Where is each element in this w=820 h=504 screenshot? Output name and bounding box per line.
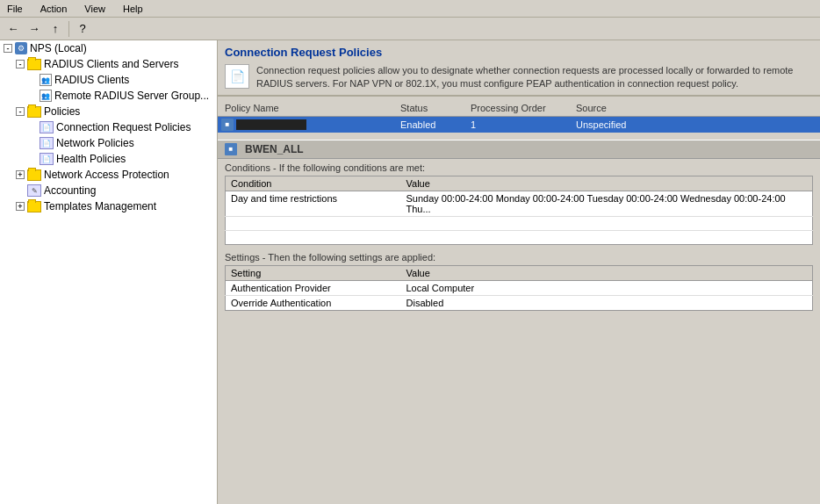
tree-label-np: Network Policies	[56, 137, 134, 149]
settings-row-1: Override Authentication Disabled	[226, 295, 813, 310]
detail-panel: ■ BWEN_ALL Conditions - If the following…	[218, 140, 820, 504]
tree-label-templates: Templates Management	[44, 200, 156, 212]
policy-table-section: Policy Name Status Processing Order Sour…	[218, 100, 820, 133]
tree-label-nps: NPS (Local)	[30, 42, 87, 54]
condition-value-cell: Sunday 00:00-24:00 Monday 00:00-24:00 Tu…	[401, 191, 813, 216]
settings-row-0: Authentication Provider Local Computer	[226, 280, 813, 295]
folder-icon-radius	[27, 59, 41, 70]
info-icon: 📄	[225, 64, 249, 89]
menu-bar: File Action View Help	[0, 0, 820, 18]
tree-connection-request-policies[interactable]: 📄 Connection Request Policies	[0, 119, 217, 135]
col-header-order: Processing Order	[467, 102, 572, 114]
expand-icon-nap: +	[16, 170, 25, 179]
tree-label-policies: Policies	[44, 105, 80, 118]
menu-action[interactable]: Action	[37, 3, 71, 15]
col-header-status: Status	[397, 102, 467, 114]
tree-label-nap: Network Access Protection	[44, 169, 169, 181]
label-icon-accounting: ✎	[27, 184, 41, 197]
doc-icon-radius-clients: 👥	[40, 74, 52, 86]
settings-label: Settings - Then the following settings a…	[225, 252, 813, 263]
tree-nap[interactable]: + Network Access Protection	[0, 167, 217, 183]
spacer	[218, 133, 820, 140]
forward-button[interactable]: →	[25, 19, 44, 39]
setting-cell-0: Authentication Provider	[226, 280, 401, 295]
toolbar: ← → ↑ ?	[0, 18, 820, 40]
detail-header: ■ BWEN_ALL	[218, 140, 820, 159]
expand-icon-policies: -	[16, 107, 25, 116]
tree-remote-radius[interactable]: 👥 Remote RADIUS Server Group...	[0, 88, 217, 104]
conditions-row: Day and time restrictions Sunday 00:00-2…	[226, 191, 813, 216]
main-area: - ⚙ NPS (Local) - RADIUS Clients and Ser…	[0, 40, 820, 504]
row-status: Enabled	[397, 119, 467, 130]
folder-icon-nap	[27, 169, 41, 181]
row-source: Unspecified	[572, 119, 629, 130]
settings-section: Settings - Then the following settings a…	[218, 248, 820, 314]
tree-health-policies[interactable]: 📄 Health Policies	[0, 151, 217, 167]
tree-label-accounting: Accounting	[44, 184, 96, 197]
help-button[interactable]: ?	[73, 19, 92, 39]
tree-radius-clients-servers[interactable]: - RADIUS Clients and Servers	[0, 56, 217, 72]
conditions-label: Conditions - If the following conditions…	[225, 162, 813, 173]
tree-label-radius-clients-servers: RADIUS Clients and Servers	[44, 58, 178, 70]
tree-label-radius-clients: RADIUS Clients	[54, 74, 129, 86]
detail-header-icon: ■	[225, 143, 237, 155]
table-header-row: Policy Name Status Processing Order Sour…	[218, 100, 820, 117]
setting-cell-1: Override Authentication	[226, 295, 401, 310]
tree-label-hp: Health Policies	[56, 153, 126, 165]
tree-label-remote-radius: Remote RADIUS Server Group...	[54, 90, 209, 102]
toolbar-separator	[68, 21, 69, 37]
col-header-name: Policy Name	[221, 102, 397, 114]
conditions-section: Conditions - If the following conditions…	[218, 159, 820, 248]
section-title: Connection Request Policies	[225, 46, 813, 59]
detail-title: BWEN_ALL	[245, 143, 304, 155]
cond-col-header-value: Value	[401, 176, 813, 191]
up-button[interactable]: ↑	[46, 19, 65, 39]
table-row[interactable]: ■ Enabled 1 Unspecified	[218, 117, 820, 133]
tree-label-crp: Connection Request Policies	[56, 121, 191, 133]
right-panel: Connection Request Policies 📄 Connection…	[218, 40, 820, 504]
tree-radius-clients[interactable]: 👥 RADIUS Clients	[0, 72, 217, 88]
folder-icon-policies	[27, 106, 41, 118]
setting-value-cell-0: Local Computer	[401, 280, 813, 295]
expand-icon-radius: -	[16, 60, 25, 68]
setting-value-cell-1: Disabled	[401, 295, 813, 310]
tree-network-policies[interactable]: 📄 Network Policies	[0, 135, 217, 151]
label-icon-np: 📄	[40, 137, 54, 149]
menu-help[interactable]: Help	[119, 3, 147, 15]
tree-root-nps[interactable]: - ⚙ NPS (Local)	[0, 40, 217, 56]
nps-icon: ⚙	[15, 42, 27, 54]
row-icon: ■	[221, 119, 234, 131]
menu-file[interactable]: File	[4, 3, 26, 15]
conditions-empty-row-1	[226, 216, 813, 230]
doc-icon-remote-radius: 👥	[40, 90, 52, 102]
folder-icon-templates	[27, 201, 41, 212]
tree-accounting[interactable]: ✎ Accounting	[0, 183, 217, 198]
conditions-table: Condition Value Day and time restriction…	[225, 176, 813, 245]
menu-view[interactable]: View	[81, 3, 109, 15]
back-button[interactable]: ←	[4, 19, 23, 39]
expand-icon-nps: -	[4, 44, 12, 53]
label-icon-hp: 📄	[40, 153, 54, 165]
cond-col-header-condition: Condition	[226, 176, 401, 191]
policy-name-cell: ■	[221, 119, 397, 131]
info-box: 📄 Connection request policies allow you …	[225, 64, 813, 91]
conditions-empty-row-2	[226, 230, 813, 244]
tree-panel: - ⚙ NPS (Local) - RADIUS Clients and Ser…	[0, 40, 218, 504]
tree-templates[interactable]: + Templates Management	[0, 198, 217, 214]
label-icon-crp: 📄	[40, 121, 54, 133]
tree-policies[interactable]: - Policies	[0, 104, 217, 119]
condition-cell: Day and time restrictions	[226, 191, 401, 216]
settings-col-header-setting: Setting	[226, 265, 401, 280]
settings-col-header-value: Value	[401, 265, 813, 280]
blacked-out-name	[236, 119, 306, 130]
expand-icon-templates: +	[16, 202, 25, 211]
col-header-source: Source	[572, 102, 816, 114]
info-text: Connection request policies allow you to…	[256, 64, 813, 91]
section-header: Connection Request Policies 📄 Connection…	[218, 40, 820, 97]
row-order: 1	[467, 119, 572, 130]
settings-table: Setting Value Authentication Provider Lo…	[225, 265, 813, 311]
